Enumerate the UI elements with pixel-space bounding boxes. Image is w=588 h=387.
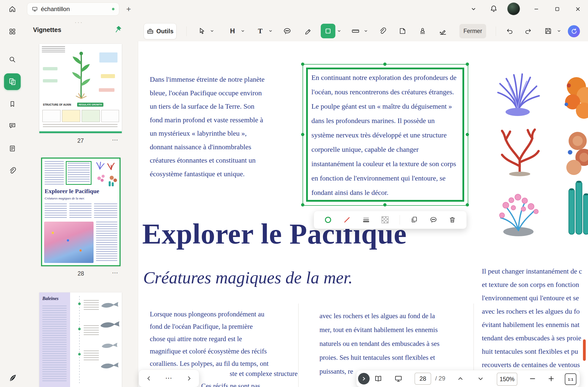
document-tab[interactable]: échantillon [27,3,119,16]
prev-page-button[interactable] [143,373,155,383]
read-mode-button[interactable] [373,374,383,384]
shape-tool-button-active[interactable] [321,24,335,38]
fit-actual-size-button[interactable]: 1:1 [565,373,576,385]
document-canvas[interactable]: Dans l'immense étreinte de notre planète… [138,41,588,387]
selection-handle[interactable] [466,203,469,206]
thumbnail-page-29[interactable]: Baleines [39,292,122,387]
selection-handle[interactable] [301,133,304,136]
measure-tool-button[interactable] [348,24,363,38]
redo-button[interactable] [521,24,535,38]
add-comment-button[interactable] [429,215,438,224]
page-nav-more-button[interactable]: ⋯ [163,372,175,383]
edit-tool-dropdown[interactable] [241,29,245,33]
save-dropdown[interactable] [557,29,561,33]
next-page-arrow-button[interactable] [476,374,486,384]
selection-handle[interactable] [383,63,387,66]
thumbnail-page-27[interactable]: STRUCTURE OF AUXIN REGULATE GROWTH [39,44,122,133]
presentation-mode-button[interactable] [393,374,403,384]
column-1-fragment: ste et complexe structure [230,370,298,378]
cloud-sync-button[interactable] [568,25,580,37]
zoom-level-button[interactable]: 150% [497,373,517,386]
border-color-button[interactable] [324,215,333,224]
delete-annotation-button[interactable] [448,215,457,224]
select-tool-dropdown[interactable] [210,29,214,33]
text-tool-button[interactable]: T [253,24,267,38]
pin-panel-button[interactable] [114,25,122,33]
measure-tool-dropdown[interactable] [364,29,368,33]
comments-panel-button[interactable] [7,121,17,131]
tab-list-button[interactable] [468,5,479,14]
previous-page-arrow-button[interactable] [455,374,465,384]
save-button[interactable] [541,24,555,38]
minimize-button[interactable] [531,4,542,15]
zoom-out-button[interactable] [527,374,538,384]
vertical-scrollbar-thumb[interactable] [583,339,586,361]
next-page-button[interactable] [183,373,194,383]
redo-icon [524,27,532,35]
comment-tool-button[interactable] [280,24,294,38]
apps-grid-button[interactable] [7,26,17,37]
thumbnails-panel-button[interactable] [4,73,21,90]
text-tool-dropdown[interactable] [268,29,273,33]
expand-controls-button[interactable] [358,373,370,384]
selection-handle[interactable] [466,133,469,136]
callout-box [43,67,57,70]
organize-pages-button[interactable] [7,143,17,154]
user-avatar[interactable] [507,3,520,15]
text-placeholder [43,124,117,129]
close-tool-mode-button[interactable]: Fermer [459,24,486,38]
presentation-screen-icon [394,375,402,383]
text-placeholder [69,203,92,219]
search-icon [9,56,16,63]
page-28-menu-button[interactable]: ⋯ [112,269,119,276]
duplicate-annotation-button[interactable] [410,215,419,224]
notifications-button[interactable] [488,3,499,14]
selection-handle[interactable] [383,203,387,206]
bookmarks-button[interactable] [7,99,17,109]
opacity-button[interactable] [380,215,390,224]
page-27-menu-button[interactable]: ⋯ [112,136,119,143]
selection-bounds[interactable] [303,64,468,206]
highlight-tool-button[interactable] [301,24,315,38]
selection-handle[interactable] [301,63,304,66]
mini-square-annotation [66,161,92,185]
fill-color-none-button[interactable] [342,215,351,224]
column-1-fragment: Ces récifs ne sont pas [201,382,260,387]
panel-resize-handle[interactable]: ··· [75,19,83,26]
column-2: avec les rochers et les algues au fond d… [319,309,439,378]
line-thickness-button[interactable] [362,215,371,224]
search-button[interactable] [7,54,17,65]
signature-tool-button[interactable] [436,24,450,38]
select-tool-button[interactable] [195,24,209,38]
page-number-input[interactable] [415,373,431,385]
thumbnail-page-28-selected[interactable]: Explorer le Pacifique Créatures magiques… [41,158,121,266]
maximize-button[interactable] [552,4,563,15]
undo-button[interactable] [503,24,517,38]
tools-menu-button[interactable]: Outils [144,23,177,39]
thumbnails-icon [8,78,16,86]
new-tab-button[interactable]: + [124,5,133,14]
edit-tool-button[interactable]: H [225,24,240,38]
comment-bubble-icon [430,216,437,224]
page-total-label: / 29 [435,375,445,382]
bookmark-icon [9,101,16,108]
sticker-tool-button[interactable] [395,24,409,38]
zoom-in-button[interactable] [546,374,556,384]
thumb27-badge: REGULATE GROWTH [77,103,103,107]
pdfelement-logo-icon[interactable] [7,373,17,383]
text-placeholder [42,46,65,53]
sync-arrows-icon [570,28,577,35]
attachments-panel-button[interactable] [7,166,17,176]
whale-illustrations [99,299,121,384]
mini-fish [79,249,82,252]
selection-handle[interactable] [466,63,469,66]
stamp-tool-button[interactable] [416,24,430,38]
close-button[interactable] [572,4,583,15]
attach-tool-button[interactable] [375,24,390,38]
plant-illustration [64,49,99,100]
home-button[interactable] [7,3,18,15]
thumbnail-progress-bar [39,131,122,133]
thumb28-title: Explorer le Pacifique [45,188,99,195]
shape-tool-dropdown[interactable] [337,29,341,33]
selection-handle[interactable] [301,203,304,206]
